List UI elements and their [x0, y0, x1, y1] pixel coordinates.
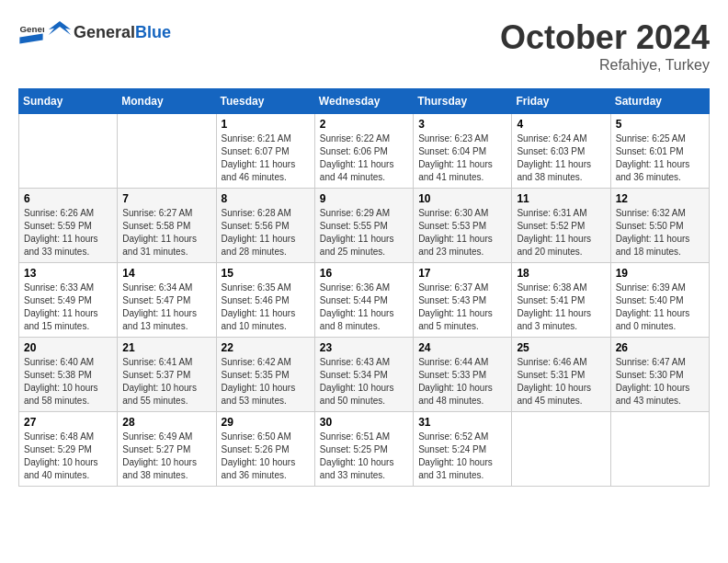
calendar-cell — [19, 114, 118, 189]
calendar-cell: 30Sunrise: 6:51 AMSunset: 5:25 PMDayligh… — [314, 412, 413, 487]
day-info: Sunrise: 6:50 AMSunset: 5:26 PMDaylight:… — [222, 431, 310, 482]
calendar-cell: 31Sunrise: 6:52 AMSunset: 5:24 PMDayligh… — [414, 412, 512, 487]
day-info: Sunrise: 6:28 AMSunset: 5:56 PMDaylight:… — [222, 207, 310, 259]
day-info: Sunrise: 6:49 AMSunset: 5:27 PMDaylight:… — [122, 431, 210, 482]
day-number: 4 — [517, 118, 605, 131]
logo: General GeneralBlue — [18, 18, 171, 46]
calendar-cell: 9Sunrise: 6:29 AMSunset: 5:55 PMDaylight… — [314, 189, 413, 263]
day-info: Sunrise: 6:40 AMSunset: 5:38 PMDaylight:… — [24, 356, 112, 408]
day-info: Sunrise: 6:33 AMSunset: 5:49 PMDaylight:… — [24, 282, 112, 333]
day-number: 17 — [418, 267, 506, 280]
calendar-cell: 26Sunrise: 6:47 AMSunset: 5:30 PMDayligh… — [610, 338, 709, 412]
svg-marker-2 — [49, 21, 71, 35]
day-info: Sunrise: 6:23 AMSunset: 6:04 PMDaylight:… — [418, 132, 506, 184]
calendar-day-header: Sunday — [19, 89, 118, 114]
calendar-cell — [610, 412, 709, 487]
calendar-day-header: Wednesday — [314, 89, 413, 114]
day-info: Sunrise: 6:51 AMSunset: 5:25 PMDaylight:… — [320, 431, 408, 482]
calendar-cell: 12Sunrise: 6:32 AMSunset: 5:50 PMDayligh… — [610, 189, 709, 263]
calendar-table: SundayMondayTuesdayWednesdayThursdayFrid… — [18, 88, 710, 487]
day-info: Sunrise: 6:37 AMSunset: 5:43 PMDaylight:… — [418, 282, 506, 333]
calendar-cell: 24Sunrise: 6:44 AMSunset: 5:33 PMDayligh… — [414, 338, 512, 412]
day-number: 11 — [517, 192, 605, 205]
svg-marker-1 — [19, 33, 42, 43]
day-number: 28 — [122, 416, 210, 429]
day-number: 5 — [616, 118, 704, 131]
day-number: 23 — [320, 341, 408, 354]
calendar-cell: 8Sunrise: 6:28 AMSunset: 5:56 PMDaylight… — [216, 189, 314, 263]
title-area: October 2024 Refahiye, Turkey — [500, 18, 710, 74]
svg-text:General: General — [19, 24, 44, 34]
calendar-cell: 21Sunrise: 6:41 AMSunset: 5:37 PMDayligh… — [118, 338, 216, 412]
day-info: Sunrise: 6:41 AMSunset: 5:37 PMDaylight:… — [122, 356, 210, 408]
day-number: 12 — [616, 192, 704, 205]
day-info: Sunrise: 6:29 AMSunset: 5:55 PMDaylight:… — [320, 207, 408, 259]
calendar-cell: 3Sunrise: 6:23 AMSunset: 6:04 PMDaylight… — [414, 114, 512, 189]
calendar-cell: 25Sunrise: 6:46 AMSunset: 5:31 PMDayligh… — [512, 338, 610, 412]
day-number: 24 — [418, 341, 506, 354]
day-info: Sunrise: 6:24 AMSunset: 6:03 PMDaylight:… — [517, 132, 605, 184]
day-number: 27 — [24, 416, 112, 429]
calendar-day-header: Monday — [118, 89, 216, 114]
day-number: 21 — [122, 341, 210, 354]
day-number: 29 — [222, 416, 310, 429]
calendar-cell — [118, 114, 216, 189]
calendar-cell: 2Sunrise: 6:22 AMSunset: 6:06 PMDaylight… — [314, 114, 413, 189]
calendar-cell: 29Sunrise: 6:50 AMSunset: 5:26 PMDayligh… — [216, 412, 314, 487]
day-number: 8 — [222, 192, 310, 205]
calendar-day-header: Thursday — [414, 89, 512, 114]
day-info: Sunrise: 6:26 AMSunset: 5:59 PMDaylight:… — [24, 207, 112, 259]
day-info: Sunrise: 6:44 AMSunset: 5:33 PMDaylight:… — [418, 356, 506, 408]
day-info: Sunrise: 6:42 AMSunset: 5:35 PMDaylight:… — [222, 356, 310, 408]
logo-bird-icon — [46, 18, 74, 46]
calendar-cell: 27Sunrise: 6:48 AMSunset: 5:29 PMDayligh… — [19, 412, 118, 487]
calendar-day-header: Saturday — [610, 89, 709, 114]
day-info: Sunrise: 6:25 AMSunset: 6:01 PMDaylight:… — [616, 132, 704, 184]
day-number: 9 — [320, 192, 408, 205]
day-info: Sunrise: 6:34 AMSunset: 5:47 PMDaylight:… — [122, 282, 210, 333]
calendar-cell: 4Sunrise: 6:24 AMSunset: 6:03 PMDaylight… — [512, 114, 610, 189]
month-title: October 2024 — [500, 18, 710, 57]
day-info: Sunrise: 6:48 AMSunset: 5:29 PMDaylight:… — [24, 431, 112, 482]
day-info: Sunrise: 6:30 AMSunset: 5:53 PMDaylight:… — [418, 207, 506, 259]
day-number: 19 — [616, 267, 704, 280]
day-info: Sunrise: 6:27 AMSunset: 5:58 PMDaylight:… — [122, 207, 210, 259]
day-info: Sunrise: 6:36 AMSunset: 5:44 PMDaylight:… — [320, 282, 408, 333]
day-info: Sunrise: 6:52 AMSunset: 5:24 PMDaylight:… — [418, 431, 506, 482]
day-number: 26 — [616, 341, 704, 354]
calendar-cell: 1Sunrise: 6:21 AMSunset: 6:07 PMDaylight… — [216, 114, 314, 189]
logo-icon: General — [18, 19, 44, 45]
calendar-cell: 11Sunrise: 6:31 AMSunset: 5:52 PMDayligh… — [512, 189, 610, 263]
calendar-day-header: Tuesday — [216, 89, 314, 114]
calendar-cell: 13Sunrise: 6:33 AMSunset: 5:49 PMDayligh… — [19, 263, 118, 338]
calendar-cell: 23Sunrise: 6:43 AMSunset: 5:34 PMDayligh… — [314, 338, 413, 412]
day-number: 3 — [418, 118, 506, 131]
day-info: Sunrise: 6:47 AMSunset: 5:30 PMDaylight:… — [616, 356, 704, 408]
day-info: Sunrise: 6:35 AMSunset: 5:46 PMDaylight:… — [222, 282, 310, 333]
logo-general-text: General — [74, 23, 135, 41]
calendar-cell: 22Sunrise: 6:42 AMSunset: 5:35 PMDayligh… — [216, 338, 314, 412]
day-number: 7 — [122, 192, 210, 205]
day-number: 31 — [418, 416, 506, 429]
calendar-cell: 19Sunrise: 6:39 AMSunset: 5:40 PMDayligh… — [610, 263, 709, 338]
calendar-cell — [512, 412, 610, 487]
page-header: General GeneralBlue October 2024 Refahiy… — [18, 18, 710, 74]
day-info: Sunrise: 6:31 AMSunset: 5:52 PMDaylight:… — [517, 207, 605, 259]
day-number: 22 — [222, 341, 310, 354]
calendar-cell: 6Sunrise: 6:26 AMSunset: 5:59 PMDaylight… — [19, 189, 118, 263]
calendar-week-row: 20Sunrise: 6:40 AMSunset: 5:38 PMDayligh… — [19, 338, 710, 412]
day-info: Sunrise: 6:22 AMSunset: 6:06 PMDaylight:… — [320, 132, 408, 184]
calendar-week-row: 1Sunrise: 6:21 AMSunset: 6:07 PMDaylight… — [19, 114, 710, 189]
calendar-header-row: SundayMondayTuesdayWednesdayThursdayFrid… — [19, 89, 710, 114]
day-info: Sunrise: 6:46 AMSunset: 5:31 PMDaylight:… — [517, 356, 605, 408]
calendar-cell: 14Sunrise: 6:34 AMSunset: 5:47 PMDayligh… — [118, 263, 216, 338]
day-info: Sunrise: 6:32 AMSunset: 5:50 PMDaylight:… — [616, 207, 704, 259]
day-number: 16 — [320, 267, 408, 280]
calendar-cell: 15Sunrise: 6:35 AMSunset: 5:46 PMDayligh… — [216, 263, 314, 338]
location-title: Refahiye, Turkey — [500, 57, 710, 74]
logo-blue-text: Blue — [135, 23, 171, 41]
day-number: 13 — [24, 267, 112, 280]
calendar-cell: 28Sunrise: 6:49 AMSunset: 5:27 PMDayligh… — [118, 412, 216, 487]
day-number: 2 — [320, 118, 408, 131]
day-number: 14 — [122, 267, 210, 280]
